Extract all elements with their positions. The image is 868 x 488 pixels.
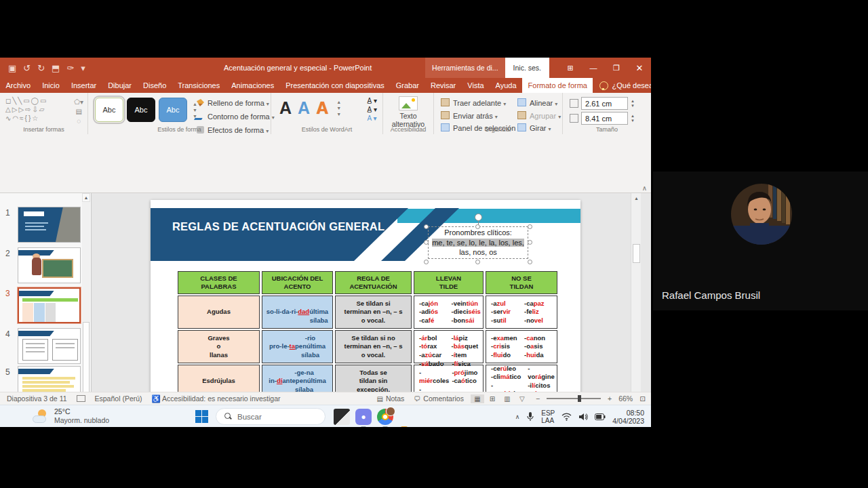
- clitics-textbox[interactable]: Pronombres clíticos: me, te, se, lo, le,…: [425, 223, 532, 262]
- slide-thumbnail-4[interactable]: [18, 328, 81, 364]
- tab-formato-de-forma[interactable]: Formato de forma: [522, 78, 593, 93]
- search-placeholder: Buscar: [237, 413, 262, 421]
- shape-height-field[interactable]: 2.61 cm: [581, 97, 628, 110]
- wordart-style-3[interactable]: A: [316, 96, 328, 119]
- menu-tab-ayuda[interactable]: Ayuda: [490, 78, 522, 93]
- menu-tab-animaciones[interactable]: Animaciones: [226, 78, 280, 93]
- menu-tab-dise-o[interactable]: Diseño: [138, 78, 172, 93]
- menu-tab-vista[interactable]: Vista: [462, 78, 490, 93]
- resize-handle[interactable]: [528, 224, 532, 229]
- view-normal-icon[interactable]: ▦: [471, 394, 484, 403]
- menu-tab-presentaci-n-con-diapositivas[interactable]: Presentación con diapositivas: [280, 78, 391, 93]
- context-tools-button[interactable]: Herramientas de di...: [425, 58, 505, 78]
- wordart-style-2[interactable]: A: [298, 96, 310, 119]
- start-presentation-icon[interactable]: ⬒: [52, 63, 60, 73]
- participant-video-tile[interactable]: Rafael Campos Brusil: [653, 171, 868, 310]
- menu-tab-dibujar[interactable]: Dibujar: [102, 78, 138, 93]
- undo-icon[interactable]: ↺: [23, 63, 31, 73]
- notes-button[interactable]: ▤Notas: [374, 394, 404, 403]
- text-outline-icon[interactable]: A̲ ▾: [368, 105, 377, 114]
- scrollbar-thumb[interactable]: [633, 244, 640, 263]
- resize-handle[interactable]: [528, 260, 532, 264]
- chrome-icon[interactable]: [377, 409, 393, 425]
- microphone-icon[interactable]: [526, 411, 534, 422]
- clock[interactable]: 08:504/04/2023: [612, 409, 644, 425]
- battery-icon[interactable]: [595, 413, 606, 420]
- rotation-handle[interactable]: [475, 214, 482, 221]
- slide-thumbnail-1[interactable]: [18, 207, 81, 243]
- weather-temp: 25°C: [54, 407, 109, 416]
- shape-outline-button[interactable]: Contorno de forma ▾: [197, 110, 275, 124]
- comments-button[interactable]: 🗩Comentarios: [411, 394, 464, 403]
- resize-handle[interactable]: [424, 240, 429, 245]
- slide-number: 5: [5, 367, 10, 377]
- start-button[interactable]: [195, 410, 208, 423]
- maximize-button[interactable]: ❐: [605, 58, 628, 78]
- shape-style-1[interactable]: Abc: [95, 98, 123, 122]
- menu-tab-transiciones[interactable]: Transiciones: [172, 78, 226, 93]
- view-sorter-icon[interactable]: ⊞: [486, 394, 499, 403]
- zoom-slider-thumb[interactable]: [578, 395, 581, 402]
- resize-handle[interactable]: [475, 224, 480, 229]
- menu-tab-insertar[interactable]: Insertar: [65, 78, 102, 93]
- zoom-slider[interactable]: [547, 398, 601, 399]
- slide-title[interactable]: REGLAS DE ACENTUACIÓN GENERAL: [172, 220, 396, 233]
- align-button[interactable]: Alinear ▾: [517, 98, 561, 110]
- display-settings-icon[interactable]: [77, 395, 85, 402]
- resize-handle[interactable]: [424, 260, 429, 264]
- scroll-up-icon[interactable]: ▲: [631, 193, 642, 203]
- send-backward-button[interactable]: Enviar atrás ▾: [441, 110, 515, 123]
- minimize-button[interactable]: —: [582, 58, 605, 78]
- touch-mode-icon[interactable]: ✑: [66, 63, 74, 73]
- text-effects-icon[interactable]: A ▾: [368, 114, 377, 123]
- redo-icon[interactable]: ↻: [37, 63, 45, 73]
- customize-qat-icon[interactable]: ▾: [81, 63, 85, 73]
- taskbar-search[interactable]: Buscar: [216, 408, 326, 425]
- bring-forward-button[interactable]: Traer adelante ▾: [441, 98, 515, 110]
- weather-widget[interactable]: 25°C Mayorm. nublado: [33, 407, 109, 425]
- edit-shape-icon[interactable]: ⬠▾▤◌: [74, 98, 83, 126]
- task-view-icon[interactable]: [334, 409, 350, 425]
- close-button[interactable]: ✕: [628, 58, 651, 78]
- resize-handle[interactable]: [424, 224, 429, 229]
- scroll-up-icon[interactable]: ▲: [82, 193, 90, 202]
- wordart-gallery-arrows[interactable]: ▲▼▼: [334, 100, 341, 117]
- width-spinner[interactable]: ▲▼: [631, 114, 635, 123]
- language-indicator[interactable]: ESPLAA: [541, 409, 555, 424]
- menu-tab-grabar[interactable]: Grabar: [390, 78, 425, 93]
- shape-width-field[interactable]: 8.41 cm: [581, 112, 628, 125]
- group-label: Estilos de forma: [88, 126, 271, 133]
- wifi-icon[interactable]: [561, 413, 572, 421]
- wordart-style-1[interactable]: A: [279, 96, 292, 119]
- menu-tab-archivo[interactable]: Archivo: [0, 78, 37, 93]
- group-button[interactable]: Agrupar ▾: [517, 110, 561, 123]
- view-slideshow-icon[interactable]: ▽: [515, 394, 529, 403]
- zoom-out-button[interactable]: −: [536, 394, 540, 403]
- group-shape-styles: Abc Abc Abc ▲▼▼ Relleno de forma ▾ Conto…: [88, 93, 271, 134]
- save-icon[interactable]: ▣: [8, 63, 16, 73]
- shape-fill-button[interactable]: Relleno de forma ▾: [197, 97, 275, 110]
- slide-thumbnail-3-selected[interactable]: [18, 287, 81, 323]
- resize-handle[interactable]: [475, 260, 480, 264]
- shape-style-2[interactable]: Abc: [127, 98, 155, 122]
- ribbon-display-options-icon[interactable]: ⊞: [559, 58, 582, 78]
- text-fill-icon[interactable]: A̲ ▾: [368, 96, 377, 105]
- sign-in-button[interactable]: Inic. ses.: [505, 58, 549, 78]
- speaker-icon[interactable]: [578, 413, 588, 421]
- language-status[interactable]: Español (Perú): [95, 394, 142, 403]
- slide-thumbnail-2[interactable]: [18, 247, 81, 283]
- menu-tab-inicio[interactable]: Inicio: [37, 78, 66, 93]
- fit-slide-icon[interactable]: ⊡: [639, 394, 646, 403]
- alt-text-button[interactable]: Texto alternativo: [383, 95, 433, 125]
- zoom-in-button[interactable]: +: [608, 394, 612, 403]
- shape-style-3[interactable]: Abc: [159, 98, 187, 122]
- tray-overflow-icon[interactable]: ∧: [515, 413, 520, 420]
- zoom-level[interactable]: 66%: [618, 394, 633, 403]
- view-reading-icon[interactable]: ▥: [500, 394, 514, 403]
- menu-tab-revisar[interactable]: Revisar: [425, 78, 462, 93]
- accessibility-status[interactable]: ♿ Accesibilidad: es necesario investigar: [152, 394, 281, 403]
- height-spinner[interactable]: ▲▼: [631, 99, 635, 108]
- resize-handle[interactable]: [528, 240, 532, 245]
- video-app-icon[interactable]: ⏺: [355, 409, 372, 425]
- collapse-ribbon-icon[interactable]: ∧: [642, 184, 647, 192]
